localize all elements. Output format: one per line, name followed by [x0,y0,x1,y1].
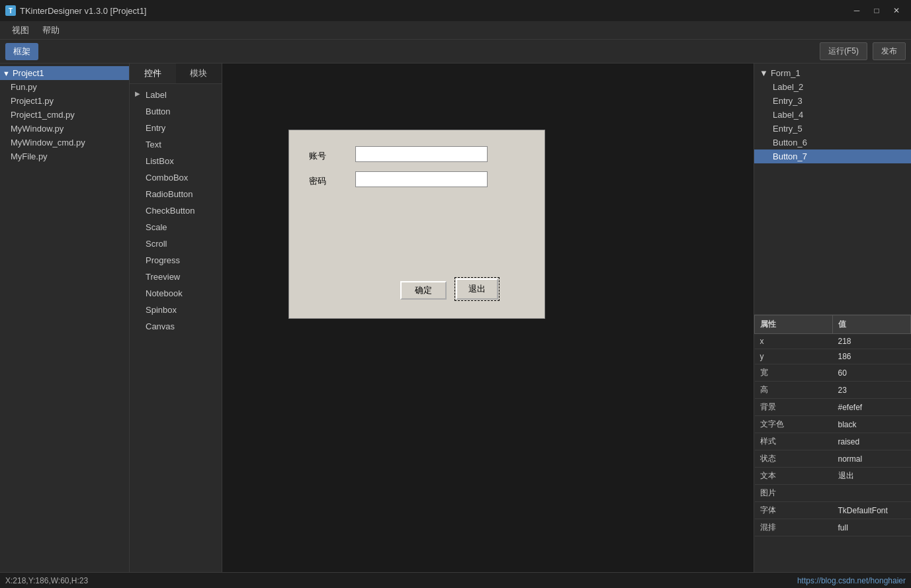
footer-link[interactable]: https://blog.csdn.net/honghaier [797,576,906,585]
canvas-area[interactable]: 账号 密码 确定 退出 [222,63,754,572]
widget-tabs: 控件 模块 [130,63,222,84]
close-button[interactable]: ✕ [887,4,906,17]
prop-header-value: 值 [833,315,911,334]
widget-combobox[interactable]: ComboBox [130,169,222,186]
menu-item-help[interactable]: 帮助 [36,22,66,39]
prop-row[interactable]: 文字色black [755,416,911,433]
tree-item-fun[interactable]: Fun.py [0,80,129,94]
widget-canvas[interactable]: Canvas [130,318,222,335]
design-canvas[interactable]: 账号 密码 确定 退出 [288,130,545,319]
menu-item-view[interactable]: 视图 [5,22,36,39]
app-title: TKinterDesigner v1.3.0 [Project1] [20,6,847,16]
prop-name: 样式 [755,433,833,450]
prop-value[interactable]: TkDefaultFont [833,502,911,519]
prop-name: 高 [755,382,833,399]
widget-button[interactable]: Button [130,103,222,120]
widget-panel: 控件 模块 Label Button Entry Text ListBox Co… [130,63,222,572]
title-bar: T TKinterDesigner v1.3.0 [Project1] ─ □ … [0,0,911,21]
prop-value[interactable]: normal [833,450,911,468]
tree-item-project1cmd[interactable]: Project1_cmd.py [0,108,129,122]
properties-table: 属性 值 x218y186宽60高23背景#efefef文字色black样式ra… [754,315,911,536]
project-tree: ▼ Project1 Fun.py Project1.py Project1_c… [0,63,129,572]
widget-text[interactable]: Text [130,136,222,153]
prop-value[interactable] [833,485,911,502]
toolbar: 框架 运行(F5) 发布 [0,40,911,63]
prop-value[interactable]: full [833,519,911,536]
account-input[interactable] [355,146,488,162]
widget-checkbutton[interactable]: CheckButton [130,202,222,219]
prop-row[interactable]: 图片 [755,485,911,502]
prop-row[interactable]: 混排full [755,519,911,536]
prop-name: y [755,349,833,364]
publish-button[interactable]: 发布 [873,42,906,60]
prop-value[interactable]: #efefef [833,399,911,416]
widget-spinbox[interactable]: Spinbox [130,302,222,318]
prop-value[interactable]: 186 [833,349,911,364]
prop-name: 文本 [755,468,833,485]
widget-tree-label2[interactable]: Label_2 [754,80,911,94]
tree-arrow: ▼ [3,69,10,77]
properties-panel: 属性 值 x218y186宽60高23背景#efefef文字色black样式ra… [754,315,911,572]
widget-tree-label4[interactable]: Label_4 [754,108,911,122]
main-layout: ▼ Project1 Fun.py Project1.py Project1_c… [0,63,911,572]
exit-button[interactable]: 退出 [456,278,498,300]
tree-root-arrow: ▼ [759,68,768,78]
widget-tree-entry5[interactable]: Entry_5 [754,122,911,136]
widget-tree: ▼ Form_1 Label_2 Entry_3 Label_4 Entry_5… [754,63,911,315]
prop-row[interactable]: 状态normal [755,450,911,468]
prop-value[interactable]: 218 [833,334,911,349]
password-input[interactable] [355,171,488,187]
app-icon: T [5,5,16,16]
widget-scroll[interactable]: Scroll [130,235,222,252]
prop-value[interactable]: black [833,416,911,433]
tree-item-mywindow[interactable]: MyWindow.py [0,122,129,136]
prop-row[interactable]: x218 [755,334,911,349]
status-text: X:218,Y:186,W:60,H:23 [5,576,88,585]
tab-modules[interactable]: 模块 [176,63,222,83]
run-button[interactable]: 运行(F5) [820,42,867,60]
right-panel: ▼ Form_1 Label_2 Entry_3 Label_4 Entry_5… [754,63,911,572]
widget-tree-button6[interactable]: Button_6 [754,136,911,149]
widget-label[interactable]: Label [130,87,222,103]
prop-row[interactable]: 高23 [755,382,911,399]
confirm-button[interactable]: 确定 [400,281,447,300]
prop-value[interactable]: 退出 [833,468,911,485]
widget-tree-button7[interactable]: Button_7 [754,149,911,163]
prop-row[interactable]: 样式raised [755,433,911,450]
widget-radiobutton[interactable]: RadioButton [130,186,222,202]
widget-progress[interactable]: Progress [130,252,222,269]
maximize-button[interactable]: □ [867,4,886,17]
tree-item-myfile[interactable]: MyFile.py [0,149,129,163]
widget-tree-entry3[interactable]: Entry_3 [754,94,911,108]
prop-row[interactable]: 文本退出 [755,468,911,485]
minimize-button[interactable]: ─ [847,4,866,17]
prop-row[interactable]: 背景#efefef [755,399,911,416]
widget-treeview[interactable]: Treeview [130,269,222,285]
prop-name: 状态 [755,450,833,468]
framework-badge: 框架 [5,43,38,60]
prop-name: 背景 [755,399,833,416]
prop-value[interactable]: 23 [833,382,911,399]
widget-notebook[interactable]: Notebook [130,285,222,302]
menu-bar: 视图 帮助 [0,21,911,40]
tab-controls[interactable]: 控件 [130,63,176,83]
prop-row[interactable]: 字体TkDefaultFont [755,502,911,519]
prop-value[interactable]: raised [833,433,911,450]
widget-tree-form1[interactable]: ▼ Form_1 [754,66,911,80]
widget-scale[interactable]: Scale [130,219,222,235]
tree-item-mywindowcmd[interactable]: MyWindow_cmd.py [0,136,129,149]
prop-row[interactable]: 宽60 [755,364,911,382]
prop-value[interactable]: 60 [833,364,911,382]
widget-tree-form1-label: Form_1 [771,68,801,78]
left-panel: ▼ Project1 Fun.py Project1.py Project1_c… [0,63,130,572]
tree-item-project1[interactable]: ▼ Project1 [0,66,129,80]
toolbar-left: 框架 [5,43,44,60]
widget-entry[interactable]: Entry [130,120,222,136]
widget-listbox[interactable]: ListBox [130,153,222,169]
project-root-label: Project1 [13,68,44,78]
prop-row[interactable]: y186 [755,349,911,364]
account-label: 账号 [309,150,326,162]
prop-name: x [755,334,833,349]
password-label: 密码 [309,175,326,187]
tree-item-project1py[interactable]: Project1.py [0,94,129,108]
